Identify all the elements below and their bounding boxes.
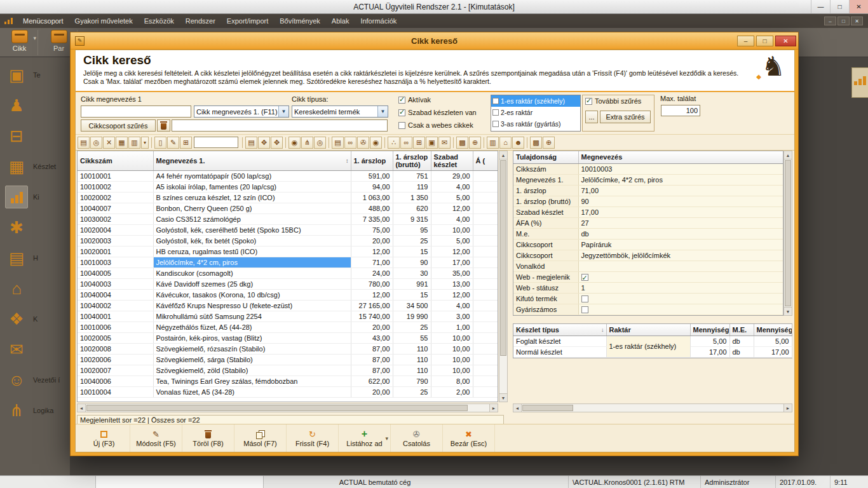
result-cell[interactable]: 29,00 xyxy=(431,170,473,181)
result-cell[interactable]: 24,00 xyxy=(351,268,393,278)
result-cell[interactable]: 20,00 xyxy=(351,235,393,246)
result-cell[interactable]: 7 335,00 xyxy=(351,214,393,224)
col-raktar[interactable]: Raktár xyxy=(606,324,690,336)
webes-cikkek-checkbox-row[interactable]: Csak a webes cikkek xyxy=(398,121,473,129)
result-cell[interactable]: 55 xyxy=(393,332,431,343)
table-row[interactable]: 10040006Tea, Twinings Earl Grey szálas, … xyxy=(78,376,498,386)
result-cell[interactable]: 10010003 xyxy=(78,257,153,268)
result-cell[interactable] xyxy=(473,376,498,386)
result-cell[interactable]: 10020005 xyxy=(78,332,153,343)
result-cell[interactable]: 25 xyxy=(393,235,431,246)
extra-szures-button[interactable]: Extra szűrés xyxy=(600,111,651,123)
table-row[interactable]: 10010002A5 iskolai írólap, famentes (20 … xyxy=(78,181,498,192)
sort-indicator-icon[interactable]: ↕ xyxy=(346,157,349,165)
result-cell[interactable]: 13,00 xyxy=(431,278,473,289)
result-cell[interactable]: A5 iskolai írólap, famentes (20 lap/csg) xyxy=(153,181,351,192)
result-cell[interactable] xyxy=(473,300,498,311)
result-cell[interactable]: 87,00 xyxy=(351,343,393,354)
new-button[interactable]: Új (F3) xyxy=(78,424,130,452)
table-row[interactable]: 10020003Golyóstoll, kék, fix betét (Spok… xyxy=(78,235,498,246)
column-options-icon[interactable]: ▥ xyxy=(128,137,140,149)
result-cell[interactable] xyxy=(473,235,498,246)
sidebar-item[interactable]: ♟ xyxy=(0,92,70,119)
result-cell[interactable]: 10,00 xyxy=(431,332,473,343)
result-cell[interactable]: 622,00 xyxy=(351,376,393,386)
result-cell[interactable]: 10020007 xyxy=(78,365,153,376)
result-cell[interactable]: 12,00 xyxy=(431,246,473,257)
result-cell[interactable]: 4,00 xyxy=(431,300,473,311)
menu-item-export-import[interactable]: Export/import xyxy=(221,14,274,28)
result-cell[interactable]: 10010004 xyxy=(78,386,153,397)
dialog-titlebar[interactable]: ✎ Cikk kereső – □ ✕ xyxy=(71,32,798,50)
result-cell[interactable] xyxy=(473,257,498,268)
result-cell[interactable]: 780,00 xyxy=(351,278,393,289)
scrollbar-thumb[interactable] xyxy=(785,160,791,306)
result-cell[interactable]: 15 xyxy=(393,289,431,300)
result-cell[interactable]: 75,00 xyxy=(351,224,393,235)
result-cell[interactable]: 12,00 xyxy=(351,289,393,300)
clear-group-filter-button[interactable] xyxy=(157,119,170,132)
zoom-icon[interactable]: ◎ xyxy=(314,137,326,149)
add-button[interactable]: +Listához ad▾ xyxy=(339,424,391,452)
checkbox-icon[interactable] xyxy=(398,122,405,129)
globe-icon[interactable]: ⊕ xyxy=(469,137,481,149)
result-cell[interactable]: 20,00 xyxy=(351,386,393,397)
result-cell[interactable]: 10020003 xyxy=(78,235,153,246)
result-cell[interactable] xyxy=(473,246,498,257)
result-cell[interactable]: 5,00 xyxy=(431,235,473,246)
col-megnevezes[interactable]: Megnevezés 1.↕ xyxy=(153,151,351,170)
table-row[interactable]: 10020002B színes ceruza készlet, 12 szín… xyxy=(78,192,498,203)
edit-button[interactable]: ✎Módosít (F5) xyxy=(130,424,182,452)
table-row[interactable]: 10040005Kandiscukor (csomagolt)24,003035… xyxy=(78,268,498,278)
scroll-left-icon[interactable]: ◄ xyxy=(513,404,522,412)
menu-item-men-csoport[interactable]: Menücsoport xyxy=(17,14,69,28)
result-cell[interactable]: 10020002 xyxy=(78,192,153,203)
result-cell[interactable]: 4,00 xyxy=(431,214,473,224)
result-cell[interactable]: 94,00 xyxy=(351,181,393,192)
result-cell[interactable]: 9 315 xyxy=(393,214,431,224)
table-row[interactable]: 10030002Casio CS3512 számológép7 335,009… xyxy=(78,214,498,224)
result-cell[interactable]: 10020001 xyxy=(78,246,153,257)
mdi-restore-button[interactable]: □ xyxy=(837,17,850,25)
result-cell[interactable]: 591,00 xyxy=(351,170,393,181)
result-cell[interactable]: 10040004 xyxy=(78,289,153,300)
right-panel-tab[interactable] xyxy=(851,67,868,98)
label-filter-icon[interactable]: ▤ xyxy=(78,137,90,149)
result-cell[interactable]: 10,00 xyxy=(431,365,473,376)
sidebar-item[interactable]: ⌂ xyxy=(0,274,70,302)
result-cell[interactable]: A4 fehér nyomtatópapír (500 lap/csg) xyxy=(153,170,351,181)
col-arszlop-brutto[interactable]: 1. árszlop (bruttó) xyxy=(393,151,431,170)
mdi-close-button[interactable]: ✕ xyxy=(851,17,863,25)
chevron-down-icon[interactable]: ▼ xyxy=(278,106,288,117)
result-cell[interactable] xyxy=(473,192,498,203)
sidebar-item[interactable]: ✱ xyxy=(0,214,70,241)
result-cell[interactable]: 620 xyxy=(393,203,431,214)
result-cell[interactable]: 1,00 xyxy=(431,322,473,332)
table-row[interactable]: 10020001HB ceruza, rugalmas testű (ICO)1… xyxy=(78,246,498,257)
small-table-icon[interactable]: ▥ xyxy=(487,137,499,149)
result-cell[interactable]: 1 063,00 xyxy=(351,192,393,203)
results-horizontal-scrollbar[interactable]: ◄ ► xyxy=(77,403,498,412)
sort-indicator-icon[interactable]: ↓ xyxy=(601,326,604,334)
scroll-down-icon[interactable]: ▼ xyxy=(499,393,507,402)
ribbon-item-cikk[interactable]: ▾ Cikk xyxy=(1,30,38,55)
name-filter-input[interactable] xyxy=(81,105,191,118)
sidebar-item[interactable]: ✉ xyxy=(0,336,70,363)
group-filter-input[interactable] xyxy=(172,119,388,132)
col-afa[interactable]: Á ( xyxy=(473,151,498,170)
result-cell[interactable] xyxy=(473,311,498,322)
col-keszlet-tipus[interactable]: Készlet típus↓ xyxy=(513,324,606,336)
result-cell[interactable]: Tea, Twinings Earl Grey szálas, fémdoboz… xyxy=(153,376,351,386)
checkbox-icon[interactable] xyxy=(585,98,592,105)
col-tulajdonsag[interactable]: Tulajdonság xyxy=(513,151,578,163)
type-select[interactable]: Kereskedelmi termék ▼ xyxy=(292,105,388,118)
result-cell[interactable]: Golyóstoll, kék, fix betét (Spoko) xyxy=(153,235,351,246)
chevron-down-icon[interactable]: ▾ xyxy=(33,35,36,41)
notes-icon[interactable]: ▤ xyxy=(332,137,344,149)
result-cell[interactable]: 12,00 xyxy=(351,246,393,257)
category-grid-icon[interactable]: ▩ xyxy=(530,137,542,149)
result-cell[interactable]: Kávé Davidoff szemes (25 dkg) xyxy=(153,278,351,289)
result-cell[interactable]: 10010002 xyxy=(78,181,153,192)
result-cell[interactable] xyxy=(473,354,498,365)
dropdown-caret-icon[interactable]: ▾ xyxy=(141,137,149,149)
